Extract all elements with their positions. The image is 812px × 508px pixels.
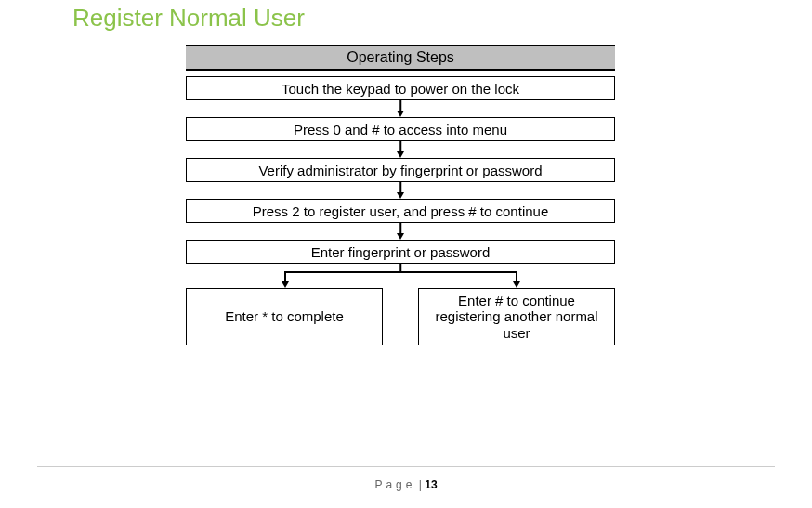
split-arrow-icon [186, 264, 615, 288]
page-label: Page [374, 478, 415, 491]
operating-steps-diagram: Operating Steps Touch the keypad to powe… [186, 45, 615, 345]
page-separator: | [415, 478, 425, 491]
arrow-down-icon [186, 141, 615, 158]
final-step-left: Enter * to complete [186, 288, 383, 345]
diagram-header: Operating Steps [186, 45, 615, 71]
step-4: Press 2 to register user, and press # to… [186, 199, 615, 223]
final-step-right: Enter # to continue registering another … [418, 288, 615, 345]
step-5: Enter fingerprint or password [186, 240, 615, 264]
arrow-down-icon [186, 182, 615, 199]
arrow-down-icon [186, 100, 615, 117]
page-number: 13 [425, 478, 437, 491]
step-3: Verify administrator by fingerprint or p… [186, 158, 615, 182]
step-1: Touch the keypad to power on the lock [186, 76, 615, 100]
page-footer: Page | 13 [0, 478, 812, 491]
final-step-row: Enter * to complete Enter # to continue … [186, 288, 615, 345]
step-2: Press 0 and # to access into menu [186, 117, 615, 141]
footer-rule [37, 466, 775, 467]
arrow-down-icon [186, 223, 615, 240]
page-title: Register Normal User [72, 4, 305, 33]
